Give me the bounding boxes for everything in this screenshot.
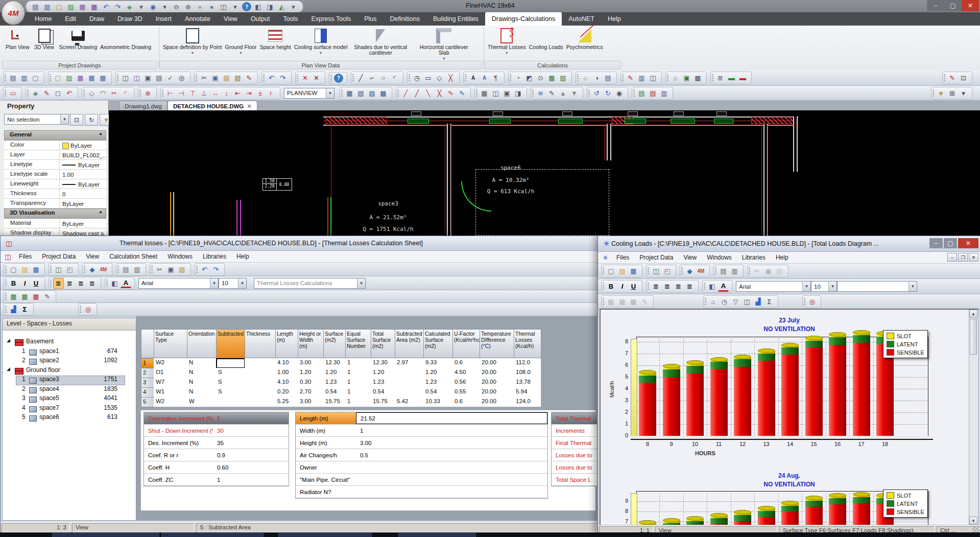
copy-icon[interactable]: ▣ [165,264,176,275]
print-icon[interactable]: ◫ [218,2,229,12]
arc-icon[interactable]: ◜ [389,73,400,83]
sphere-icon[interactable]: ● [195,2,205,12]
cells3-icon[interactable]: ▣ [501,88,512,99]
arc-top-icon[interactable]: ◠ [98,88,108,99]
3d-box-icon[interactable]: ◭ [276,2,287,12]
brush-icon[interactable]: ✎ [244,73,254,83]
tab-insert[interactable]: Insert [149,12,178,26]
cell-r4c12[interactable]: 0.55 [452,387,480,398]
cells2-icon[interactable]: ◫ [490,88,501,99]
bld-open-icon[interactable]: ▥ [42,2,53,12]
zoom-in-icon[interactable]: ⊕ [183,2,194,12]
cell-r3c1[interactable]: W7 [154,378,187,388]
down-icon[interactable]: ▼ [569,88,580,99]
help-book-icon[interactable]: ◆ [87,264,98,275]
menu-windows[interactable]: Windows [702,253,736,262]
cell-r3c9[interactable]: 1.23 [371,378,395,388]
trim-icon[interactable]: ✂ [109,88,119,99]
align-left-icon[interactable]: ≣ [53,278,64,289]
save-icon[interactable]: ▦ [77,2,88,12]
tab-autonet[interactable]: AutoNET [562,12,601,26]
up-icon[interactable]: ▲ [558,88,568,99]
gradient-icon[interactable]: ▧ [558,73,568,83]
paste-icon[interactable]: ▤ [177,264,187,275]
dropdown-icon[interactable]: ▾ [159,2,170,12]
menu-libraries[interactable]: Libraries [737,253,770,262]
xref-icon[interactable]: ◫ [648,73,658,83]
dim-h-icon[interactable]: ⊢ [165,88,176,99]
edit-row-icon[interactable]: ✎ [42,291,53,302]
menu-libraries[interactable]: Libraries [198,252,231,261]
dropdown-icon[interactable]: ▾ [136,2,147,12]
cell-r4c14[interactable]: 5.94 [514,387,541,398]
fill-icon[interactable]: ◈ [30,88,41,99]
cell-r1c5[interactable]: 4.10 [275,358,298,368]
tab-express-tools[interactable]: Express Tools [305,12,358,26]
copy-icon[interactable]: ▣ [763,266,774,276]
cell-r3c6[interactable]: 0.30 [298,378,324,388]
region-icon[interactable]: ◩ [524,73,535,83]
target-box-icon[interactable]: ⊡ [958,73,969,83]
slash3-icon[interactable]: ╲ [423,88,434,99]
menu-project-data[interactable]: Project Data [37,252,80,261]
menu-help[interactable]: Help [771,253,793,262]
form-row-length-m-[interactable]: Length (m)21.52 [296,412,547,425]
funnel-icon[interactable]: ▽ [730,296,741,307]
column-header-u-factor-kcal-m-hc[interactable]: U-Factor (Kcal/m²hc [452,329,480,358]
cell-r4c10[interactable] [395,387,424,398]
cell-r4c0[interactable]: 4 [141,387,154,398]
cell-r3c10[interactable] [395,378,424,388]
align-right-icon[interactable]: ≣ [76,278,86,289]
new-icon[interactable]: ▢ [53,73,63,83]
cell-r2c1[interactable]: O1 [154,368,187,378]
column-header-height-or-width-m-[interactable]: Height or Width (m) [298,329,324,358]
align-left-icon[interactable]: ≣ [651,281,661,292]
ribbon-button-cooling-surface-model[interactable]: Cooling surface model ▾ [293,28,349,57]
delete-row-icon[interactable]: ▦ [31,291,41,302]
append-row-icon[interactable]: ▦ [617,296,628,307]
ribbon-button-thermal-losses[interactable]: Thermal Losses ▾ [486,28,528,57]
layers-icon[interactable]: ▤ [603,73,613,83]
paste-icon[interactable]: ▤ [221,73,232,83]
find-icon[interactable]: ◎ [176,73,187,83]
new-icon[interactable]: ▢ [606,266,616,276]
cell-r2c3[interactable]: S [216,368,245,378]
form-value[interactable]: 1 [356,428,547,434]
align-right-icon[interactable]: ≣ [673,281,684,292]
cell-r3c12[interactable]: 0.56 [452,378,480,388]
cell-r5c5[interactable]: 5.25 [275,397,298,407]
edit-icon[interactable]: ✎ [41,88,52,99]
form-value[interactable]: 0.5 [356,452,547,458]
column-header-rownum[interactable] [141,329,154,358]
chart-icon[interactable]: ▟ [753,296,763,307]
sun-icon[interactable]: ☼ [580,73,591,83]
ribbon-button-shades-due-to-vertical-cantilever[interactable]: Shades due to vertical cantilever [349,28,412,57]
undo-icon[interactable]: ↶ [101,2,111,12]
form-row-losses-due-to[interactable]: Losses due to [552,461,597,474]
sum-icon[interactable]: Σ [19,304,30,315]
cell-r3c0[interactable]: 3 [141,378,154,388]
block-icon[interactable]: ▥ [636,73,647,83]
cell-r5c12[interactable]: 0.6 [452,397,480,407]
property-row-transparency[interactable]: TransparencyByLayer [4,199,106,208]
grid-icon[interactable]: ▩ [692,73,703,83]
rect-icon[interactable]: ▭ [423,73,434,83]
tree-item-space5[interactable]: 3space54041 [3,394,136,404]
cell-r2c2[interactable]: N [187,368,217,378]
center-icon[interactable]: ◉ [614,88,625,99]
undo-icon[interactable]: ↶ [199,264,210,275]
cell-r3c3[interactable]: S [216,378,245,388]
cell-r2c6[interactable]: 1.20 [298,368,324,378]
building-icon[interactable]: ⌂ [708,296,719,307]
column-header-total-surface-m2-[interactable]: Total Surface (m2) [371,329,395,358]
cell-r4c2[interactable]: N [187,387,217,398]
tree-item-space7[interactable]: 4space71535 [3,404,136,413]
property-row-lineweight[interactable]: LineweightByLayer [4,179,106,189]
cell-r2c13[interactable]: 20.00 [480,368,514,378]
target-icon[interactable]: ◎ [807,296,818,307]
chart-icon[interactable]: ▟ [8,304,19,315]
column-header-orientation[interactable]: Orientation [187,329,217,358]
fill-color-icon[interactable]: ◧ [109,278,120,289]
taskbar-item[interactable] [52,533,159,537]
grid1-icon[interactable]: ▦ [344,88,355,99]
